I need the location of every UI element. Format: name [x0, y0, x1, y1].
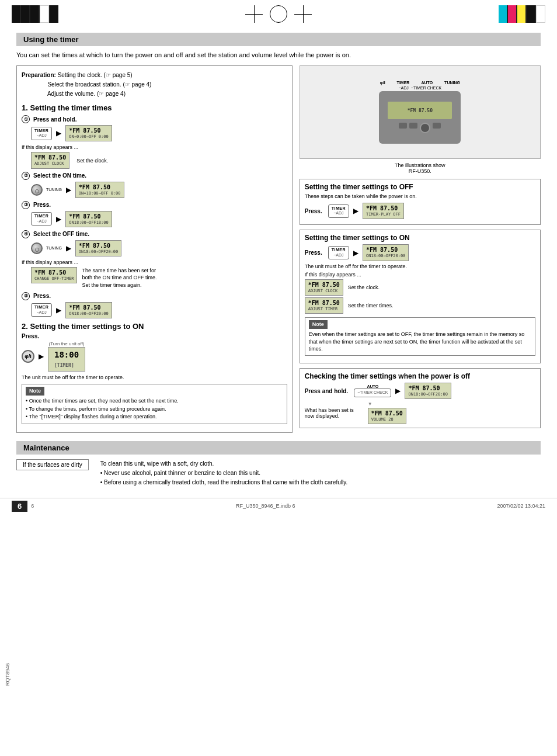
timer-display-wrap: (Turn the unit off) 18:00 [TIMER]	[48, 341, 85, 372]
sub-step-5: ⑤ Press. TIMER −ADJ ▶ *FM 87.50 ON18:00→…	[22, 292, 287, 318]
panel-off-display: *FM 87.50 TIMER-PLAY OFF	[363, 203, 404, 219]
panel-on-btn[interactable]: TIMER −ADJ	[328, 246, 349, 259]
device-knob-main	[420, 123, 430, 133]
device-body: *FM 87.50	[379, 91, 461, 144]
timer-adj-btn-5[interactable]: TIMER −ADJ	[31, 303, 52, 317]
arrow-1: ▶	[56, 129, 61, 137]
timer-adj-btn-3[interactable]: TIMER −ADJ	[31, 212, 52, 226]
panel-on-adj-timer-note: Set the timer times.	[348, 303, 394, 308]
panel-check-displays: *FM 87.50 ON18:00→OFF20:00	[405, 383, 451, 399]
page-number: 6	[12, 501, 27, 512]
side-text: RQT8946	[5, 663, 11, 686]
device-labels: φ/I TIMER AUTO TUNING	[380, 81, 460, 85]
panel-on-adj-timer-label: ADJUST TIMER	[308, 307, 340, 312]
sub-step-2: ② Select the ON time. ◯ TUNING ▶ *FM 87.…	[22, 172, 287, 198]
tuning-label-1: TUNING	[46, 188, 62, 192]
change-off-freq: *FM 87.50	[34, 269, 74, 276]
arrow-4: ▶	[66, 244, 71, 252]
step1-heading: 1. Setting the timer times	[22, 103, 287, 112]
adj-clock-label: ADJUST CLOCK	[34, 161, 66, 167]
tuning-knob-1[interactable]: ◯	[31, 184, 43, 196]
device-image-wrap: φ/I TIMER AUTO TUNING −ADJ −TIMER CHECK …	[300, 65, 541, 174]
panel-check-btn[interactable]: −TIMER CHECK	[354, 389, 391, 397]
panel-on-off-note: The unit must be off for the timer to op…	[305, 263, 535, 269]
if-display-1-label: If this display appears ...	[22, 144, 78, 150]
arrow-3: ▶	[56, 215, 61, 223]
btn-top-3: TIMER	[34, 214, 48, 219]
change-off-note: The same time has been set for both the …	[82, 267, 163, 289]
panel-check-second-row: What has been set is now displayed. ▼ *F…	[305, 401, 535, 424]
step2-press-row: Press.	[22, 333, 287, 339]
panel-check-d2-freq: *FM 87.50	[371, 410, 403, 417]
step2-heading: 2. Setting the timer settings to ON	[22, 322, 287, 331]
two-col-layout: Preparation: Setting the clock. (☞ page …	[16, 65, 541, 432]
panel-timer-off: Setting the timer settings to OFF These …	[300, 179, 541, 225]
btn-top-1: TIMER	[34, 129, 48, 133]
btn-top-5: TIMER	[34, 305, 48, 310]
display-4: *FM 87.50 ON18:00→OFF20:00	[75, 240, 121, 256]
step2-off-note: The unit must be off for the timer to op…	[22, 374, 287, 380]
footer-date: 2007/02/02 13:04:21	[497, 503, 545, 509]
arrow-5: ▶	[56, 306, 61, 314]
panel-check-btn-wrap: AUTO −TIMER CHECK	[354, 384, 391, 397]
power-button[interactable]: φ/I	[22, 350, 34, 363]
print-marks-top	[0, 0, 557, 28]
change-off-lcd: *FM 87.50 CHANGE OFF-TIMER	[31, 267, 77, 283]
footer-left: 6 6	[12, 501, 34, 512]
device-lbl-tuning: TUNING	[444, 81, 460, 85]
panel-on-note-text: Even when the timer settings are set to …	[309, 331, 531, 353]
panel-off-btn[interactable]: TIMER −ADJ	[328, 204, 349, 218]
panel-check-arrow: ▶	[395, 387, 401, 395]
panel-off-controls: Press. TIMER −ADJ ▶ *FM 87.50 TIMER-PLAY…	[305, 203, 535, 219]
preparation-block: Preparation: Setting the clock. (☞ page …	[22, 71, 287, 99]
timer-adj-btn-1[interactable]: TIMER −ADJ	[31, 127, 52, 140]
panel-off-press: Press.	[305, 208, 322, 214]
panel-on-freq: *FM 87.50	[366, 246, 405, 254]
footer-bar: 6 6 RF_U350_8946_E.indb 6 2007/02/02 13:…	[0, 498, 557, 514]
step-num-4: ④	[22, 230, 30, 238]
panel-timer-on: Setting the timer settings to ON Press. …	[300, 230, 541, 363]
change-off-block: *FM 87.50 CHANGE OFF-TIMER The same time…	[31, 267, 287, 289]
turn-off-note: (Turn the unit off)	[49, 341, 85, 346]
sub4-controls: ◯ TUNING ▶ *FM 87.50 ON18:00→OFF20:00	[31, 240, 287, 256]
panel-off-btn-top: TIMER	[332, 206, 346, 211]
panel-check-title: Checking the timer settings when the pow…	[305, 372, 535, 380]
step-num-2: ②	[22, 172, 30, 180]
device-display-screen: *FM 87.50	[388, 102, 452, 119]
sub5-controls: TIMER −ADJ ▶ *FM 87.50 ON18:00→OFF20:00	[31, 302, 287, 318]
step2-note-line-1: • Once the timer times are set, they nee…	[26, 397, 283, 405]
panel-check-d1-line2: ON18:00→OFF20:00	[408, 392, 447, 397]
adj-clock-row: *FM 87.50 ADJUST CLOCK Set the clock.	[31, 152, 287, 168]
arrow-2: ▶	[66, 186, 71, 194]
panel-on-btn-top: TIMER	[332, 248, 346, 252]
panel-off-line2: TIMER-PLAY OFF	[366, 212, 401, 217]
device-timer-check: −TIMER CHECK	[411, 86, 441, 90]
panel-check-btn-label: AUTO	[367, 384, 378, 389]
btn-bot-5: −ADJ	[34, 310, 48, 315]
display-2: *FM 87.50 ON=18:00→OFF 0:00	[75, 182, 124, 198]
display-5-line2: ON18:00→OFF20:00	[69, 311, 108, 317]
panel-on-adj-timer-lcd: *FM 87.50 ADJUST TIMER	[305, 297, 343, 314]
sub4-label: Select the OFF time.	[33, 231, 89, 237]
step2-note-line-3: • The "[TIMER]" display flashes during a…	[26, 413, 283, 421]
panel-on-note-header: Note	[309, 320, 328, 330]
sub2-label: Select the ON time.	[33, 172, 86, 179]
if-display-1: If this display appears ...	[22, 144, 287, 150]
panel-on-adj-clock-lcd: *FM 87.50 ADJUST CLOCK	[305, 279, 343, 296]
display-1-freq: *FM 87.50	[69, 127, 108, 134]
panel-check-d2-line2: VOLUME 28	[371, 417, 403, 422]
btn-bot-3: −ADJ	[34, 219, 48, 224]
panel-on-adj-clock-note: Set the clock.	[348, 285, 380, 290]
panel-on-press: Press.	[305, 249, 322, 256]
color-bar-left	[12, 5, 58, 23]
maintenance-section: Maintenance If the surfaces are dirty To…	[16, 441, 541, 487]
tuning-knob-2[interactable]: ◯	[31, 242, 43, 254]
sub3-label: Press.	[33, 202, 51, 208]
tuning-label-2: TUNING	[46, 246, 62, 250]
if-display-2: If this display appears ...	[22, 259, 287, 265]
prep-label: Preparation:	[22, 72, 56, 78]
display-2-freq: *FM 87.50	[79, 183, 121, 191]
panel-check-display-2: *FM 87.50 VOLUME 28	[368, 408, 406, 424]
power-btn-wrap: φ/I	[22, 350, 34, 363]
panel-on-display: *FM 87.50 ON18:00→OFF20:00	[363, 244, 409, 261]
